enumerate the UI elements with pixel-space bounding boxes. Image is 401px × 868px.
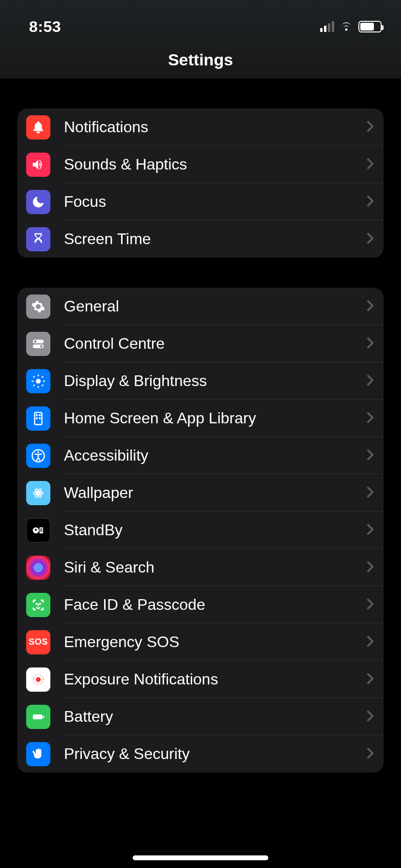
page-title: Settings — [0, 50, 401, 69]
svg-line-9 — [33, 376, 35, 378]
svg-point-29 — [35, 564, 42, 571]
chevron-right-icon — [366, 523, 374, 538]
row-label: StandBy — [64, 521, 366, 539]
chevron-right-icon — [366, 560, 374, 575]
siri-icon — [26, 556, 50, 580]
row-label: Home Screen & App Library — [64, 409, 366, 427]
row-exposure-notifications[interactable]: Exposure Notifications — [17, 661, 384, 698]
standby-icon — [26, 518, 50, 542]
row-label: Exposure Notifications — [64, 670, 366, 688]
faceid-icon — [26, 593, 50, 617]
row-standby[interactable]: StandBy — [17, 512, 384, 549]
svg-point-1 — [34, 340, 36, 342]
svg-point-32 — [36, 677, 41, 682]
gear-icon — [26, 294, 50, 319]
svg-rect-15 — [39, 414, 41, 416]
row-battery[interactable]: Battery — [17, 698, 384, 735]
row-label: Display & Brightness — [64, 372, 366, 390]
svg-rect-17 — [39, 417, 41, 419]
row-label: General — [64, 297, 366, 315]
header: 8:53 Settings — [0, 0, 401, 78]
row-display-brightness[interactable]: Display & Brightness — [17, 362, 384, 400]
settings-group: Notifications Sounds & Haptics Focus Scr… — [17, 108, 384, 258]
svg-rect-26 — [40, 528, 43, 529]
wifi-icon — [339, 20, 354, 33]
svg-rect-13 — [35, 412, 42, 424]
moon-icon — [26, 190, 50, 214]
row-label: Siri & Search — [64, 558, 366, 576]
hand-icon — [26, 742, 50, 766]
chevron-right-icon — [366, 232, 374, 247]
row-general[interactable]: General — [17, 288, 384, 325]
row-wallpaper[interactable]: Wallpaper — [17, 474, 384, 512]
battery-icon — [358, 21, 382, 32]
svg-line-12 — [42, 376, 44, 378]
chevron-right-icon — [366, 374, 374, 388]
svg-point-3 — [40, 345, 43, 347]
battery-icon — [26, 705, 50, 729]
row-label: Wallpaper — [64, 484, 366, 502]
chevron-right-icon — [366, 157, 374, 172]
svg-point-4 — [36, 379, 41, 384]
svg-line-11 — [33, 385, 35, 386]
grid-icon — [26, 406, 50, 431]
row-label: Face ID & Passcode — [64, 596, 366, 614]
chevron-right-icon — [366, 747, 374, 761]
settings-list: Notifications Sounds & Haptics Focus Scr… — [0, 108, 401, 773]
row-label: Control Centre — [64, 335, 366, 353]
chevron-right-icon — [366, 635, 374, 650]
flower-icon — [26, 481, 50, 505]
svg-point-30 — [36, 603, 37, 604]
row-label: Privacy & Security — [64, 745, 366, 763]
chevron-right-icon — [366, 486, 374, 500]
chevron-right-icon — [366, 598, 374, 612]
row-accessibility[interactable]: Accessibility — [17, 437, 384, 474]
row-emergency-sos[interactable]: SOS Emergency SOS — [17, 623, 384, 661]
exposure-icon — [26, 667, 50, 692]
svg-rect-27 — [40, 529, 43, 530]
row-privacy-security[interactable]: Privacy & Security — [17, 735, 384, 773]
row-label: Notifications — [64, 118, 366, 136]
row-label: Emergency SOS — [64, 633, 366, 651]
chevron-right-icon — [366, 120, 374, 135]
row-label: Sounds & Haptics — [64, 155, 366, 173]
chevron-right-icon — [366, 337, 374, 351]
bell-icon — [26, 115, 50, 140]
svg-line-10 — [42, 385, 44, 386]
row-focus[interactable]: Focus — [17, 183, 384, 220]
toggles-icon — [26, 332, 50, 356]
home-indicator[interactable] — [133, 855, 268, 860]
status-bar: 8:53 — [0, 15, 401, 39]
status-time: 8:53 — [29, 18, 61, 36]
svg-rect-35 — [43, 715, 45, 718]
svg-point-31 — [40, 603, 41, 604]
sun-icon — [26, 369, 50, 393]
svg-rect-34 — [33, 714, 43, 719]
row-label: Focus — [64, 193, 366, 211]
row-label: Screen Time — [64, 230, 366, 248]
settings-group: General Control Centre Display & Brightn… — [17, 288, 384, 773]
svg-point-19 — [37, 451, 39, 453]
chevron-right-icon — [366, 672, 374, 687]
chevron-right-icon — [366, 449, 374, 463]
accessibility-icon — [26, 444, 50, 468]
svg-rect-28 — [40, 531, 43, 531]
chevron-right-icon — [366, 710, 374, 724]
row-faceid-passcode[interactable]: Face ID & Passcode — [17, 586, 384, 623]
chevron-right-icon — [366, 411, 374, 426]
cellular-icon — [320, 21, 334, 32]
chevron-right-icon — [366, 195, 374, 209]
svg-rect-16 — [36, 417, 38, 419]
chevron-right-icon — [366, 299, 374, 314]
svg-rect-14 — [36, 414, 38, 416]
row-screen-time[interactable]: Screen Time — [17, 220, 384, 258]
row-home-screen[interactable]: Home Screen & App Library — [17, 400, 384, 437]
row-notifications[interactable]: Notifications — [17, 108, 384, 146]
row-label: Battery — [64, 708, 366, 726]
status-icons — [320, 20, 382, 33]
row-siri-search[interactable]: Siri & Search — [17, 549, 384, 586]
hourglass-icon — [26, 227, 50, 251]
row-sounds-haptics[interactable]: Sounds & Haptics — [17, 146, 384, 183]
row-control-centre[interactable]: Control Centre — [17, 325, 384, 362]
row-label: Accessibility — [64, 447, 366, 465]
